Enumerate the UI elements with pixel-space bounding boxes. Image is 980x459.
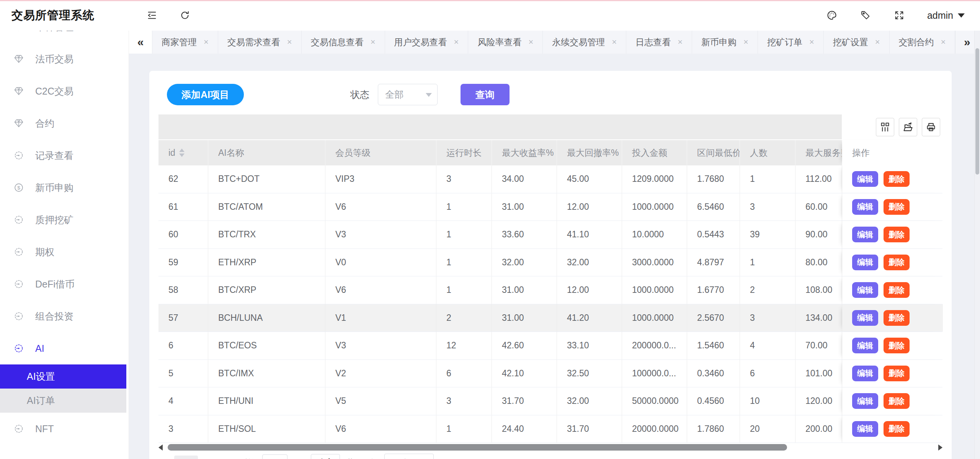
page-size-select[interactable]: 10 条/页 ∨ bbox=[384, 454, 434, 459]
next-page-icon[interactable]: › bbox=[225, 457, 228, 459]
page-button-2[interactable]: 2 bbox=[206, 458, 217, 459]
sidebar-item-记录查看[interactable]: 记录查看 bbox=[0, 139, 129, 172]
edit-button[interactable]: 编辑 bbox=[852, 227, 878, 242]
table-row[interactable]: 57BCH/LUNAV1231.0041.201000.00002.567031… bbox=[158, 304, 942, 332]
tab-close-icon[interactable]: × bbox=[875, 37, 880, 47]
cell-level: V6 bbox=[325, 276, 436, 304]
sidebar-item-法币交易[interactable]: 法币交易 bbox=[0, 43, 129, 75]
edit-button[interactable]: 编辑 bbox=[852, 310, 878, 326]
sidebar-item-币种管理[interactable]: 币种管理 bbox=[0, 31, 129, 43]
vertical-scroll-thumb[interactable] bbox=[975, 48, 979, 175]
delete-button[interactable]: 删除 bbox=[884, 421, 910, 437]
tab-交易信息查看[interactable]: 交易信息查看× bbox=[302, 31, 385, 54]
delete-button[interactable]: 删除 bbox=[884, 310, 910, 326]
palette-icon[interactable] bbox=[826, 10, 838, 21]
scroll-left-arrow-icon[interactable] bbox=[158, 444, 163, 451]
sidebar-item-DeFi借币[interactable]: DeFi借币 bbox=[0, 268, 129, 300]
fullscreen-icon[interactable] bbox=[893, 10, 905, 21]
table-row[interactable]: 4ETH/UNIV5331.7032.0050000.00000.4560101… bbox=[158, 387, 942, 415]
tab-close-icon[interactable]: × bbox=[528, 37, 533, 47]
horizontal-scroll-thumb[interactable] bbox=[168, 444, 787, 451]
tab-挖矿订单[interactable]: 挖矿订单× bbox=[758, 31, 824, 54]
tab-close-icon[interactable]: × bbox=[678, 37, 683, 47]
confirm-page-button[interactable]: 确定 bbox=[311, 454, 340, 459]
columns-icon[interactable] bbox=[876, 118, 894, 136]
delete-button[interactable]: 删除 bbox=[884, 338, 910, 353]
delete-button[interactable]: 删除 bbox=[884, 282, 910, 298]
edit-button[interactable]: 编辑 bbox=[852, 171, 878, 187]
tab-风险率查看[interactable]: 风险率查看× bbox=[468, 31, 543, 54]
add-ai-project-button[interactable]: 添加AI项目 bbox=[167, 84, 244, 105]
edit-button[interactable]: 编辑 bbox=[852, 255, 878, 270]
sidebar-item-NFT[interactable]: NFT bbox=[0, 413, 129, 445]
sidebar-subitem-AI设置[interactable]: AI设置 bbox=[0, 364, 126, 389]
tab-用户交易查看[interactable]: 用户交易查看× bbox=[385, 31, 469, 54]
delete-button[interactable]: 删除 bbox=[884, 171, 910, 187]
tab-close-icon[interactable]: × bbox=[204, 37, 209, 47]
sidebar-item-质押挖矿[interactable]: 质押挖矿 bbox=[0, 204, 129, 236]
print-icon[interactable] bbox=[922, 118, 940, 136]
table-row[interactable]: 61BTC/ATOMV6131.0012.001000.00006.546036… bbox=[158, 193, 942, 221]
delete-button[interactable]: 删除 bbox=[884, 255, 910, 270]
sidebar-item-合约[interactable]: 合约 bbox=[0, 107, 129, 139]
cell-amount: 100000.0... bbox=[622, 360, 687, 387]
table-row[interactable]: 60BTC/TRXV3133.6041.1010.00000.54433990.… bbox=[158, 221, 942, 249]
goto-page-input[interactable] bbox=[262, 454, 287, 459]
sidebar-item-AI[interactable]: AI bbox=[0, 332, 129, 364]
tab-交易需求查看[interactable]: 交易需求查看× bbox=[218, 31, 302, 54]
table-row[interactable]: 6BTC/EOSV31242.6033.10200000.0...1.54604… bbox=[158, 332, 942, 360]
refresh-icon[interactable] bbox=[179, 10, 191, 21]
sidebar-item-组合投资[interactable]: 组合投资 bbox=[0, 300, 129, 332]
sort-carets-icon[interactable] bbox=[179, 149, 185, 157]
tab-挖矿设置[interactable]: 挖矿设置× bbox=[824, 31, 890, 54]
tab-close-icon[interactable]: × bbox=[743, 37, 748, 47]
page-button-1[interactable]: 1 bbox=[174, 456, 198, 459]
tab-close-icon[interactable]: × bbox=[809, 37, 814, 47]
clock-icon bbox=[13, 246, 24, 258]
delete-button[interactable]: 删除 bbox=[884, 199, 910, 215]
tab-永续交易管理[interactable]: 永续交易管理× bbox=[543, 31, 626, 54]
user-menu[interactable]: admin bbox=[927, 10, 965, 21]
edit-button[interactable]: 编辑 bbox=[852, 282, 878, 298]
delete-button[interactable]: 删除 bbox=[884, 393, 910, 409]
vertical-scrollbar[interactable] bbox=[974, 31, 980, 459]
sidebar-item-C2C交易[interactable]: C2C交易 bbox=[0, 75, 129, 107]
table-row[interactable]: 58BTC/XRPV6131.0012.001000.00001.6770210… bbox=[158, 276, 942, 304]
delete-button[interactable]: 删除 bbox=[884, 366, 910, 381]
tab-新币申购[interactable]: 新币申购× bbox=[692, 31, 758, 54]
tab-close-icon[interactable]: × bbox=[371, 37, 376, 47]
table-row[interactable]: 62BTC+DOTVIP3334.0045.001209.00001.76801… bbox=[158, 165, 942, 193]
search-button[interactable]: 查询 bbox=[461, 84, 510, 105]
edit-button[interactable]: 编辑 bbox=[852, 199, 878, 215]
column-header-name: AI名称 bbox=[208, 140, 325, 165]
table-row[interactable]: 5BTC/IMXV2642.1032.50100000.0...0.346061… bbox=[158, 360, 942, 388]
sidebar-item-期权[interactable]: 期权 bbox=[0, 236, 129, 268]
tab-日志查看[interactable]: 日志查看× bbox=[626, 31, 692, 54]
edit-button[interactable]: 编辑 bbox=[852, 366, 878, 381]
delete-button[interactable]: 删除 bbox=[884, 227, 910, 242]
tab-close-icon[interactable]: × bbox=[941, 37, 946, 47]
table-row[interactable]: 59ETH/XRPV0132.0032.003000.00004.8797180… bbox=[158, 249, 942, 277]
tab-交割合约[interactable]: 交割合约× bbox=[890, 31, 956, 54]
sidebar-collapse-icon[interactable] bbox=[146, 10, 158, 21]
tabs-scroll-left-icon[interactable]: « bbox=[129, 31, 152, 54]
sidebar-item-新币申购[interactable]: $新币申购 bbox=[0, 172, 129, 204]
tab-close-icon[interactable]: × bbox=[287, 37, 292, 47]
export-icon[interactable] bbox=[899, 118, 917, 136]
edit-button[interactable]: 编辑 bbox=[852, 338, 878, 353]
table-row[interactable]: 3ETH/SOLV6124.4031.7020000.00001.7860202… bbox=[158, 415, 942, 443]
tag-icon[interactable] bbox=[860, 10, 871, 21]
prev-page-icon[interactable]: ‹ bbox=[164, 457, 167, 459]
tab-close-icon[interactable]: × bbox=[612, 37, 617, 47]
edit-button[interactable]: 编辑 bbox=[852, 421, 878, 437]
status-select[interactable]: 全部 bbox=[378, 84, 438, 105]
tab-close-icon[interactable]: × bbox=[454, 37, 459, 47]
edit-button[interactable]: 编辑 bbox=[852, 393, 878, 409]
horizontal-scrollbar[interactable] bbox=[158, 444, 942, 451]
cell-actions: 编辑删除 bbox=[842, 332, 943, 359]
column-header-id[interactable]: id bbox=[158, 140, 208, 165]
tab-商家管理[interactable]: 商家管理× bbox=[152, 31, 218, 54]
scroll-right-arrow-icon[interactable] bbox=[938, 444, 942, 451]
sidebar-subitem-AI订单[interactable]: AI订单 bbox=[0, 389, 126, 413]
cell-max_fee: 134.00 bbox=[795, 304, 842, 332]
